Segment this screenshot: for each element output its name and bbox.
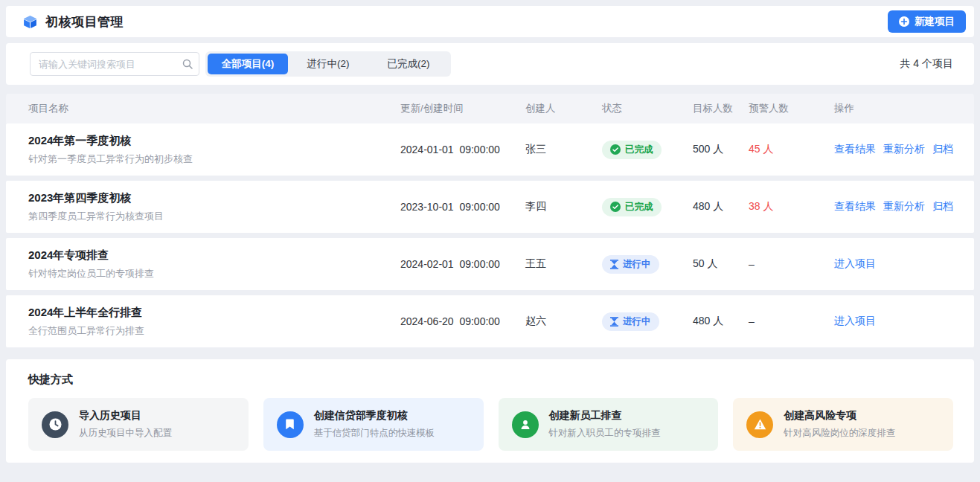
status-label: 已完成 xyxy=(625,144,653,156)
warning-count: 38 人 xyxy=(749,200,834,213)
shortcut-text: 创建新员工排查针对新入职员工的专项排查 xyxy=(549,409,661,440)
status-cell: 已完成 xyxy=(602,141,693,159)
table-row: 2023年第四季度初核第四季度员工异常行为核查项目2023-10-01 09:0… xyxy=(6,181,974,233)
search-box xyxy=(30,52,199,76)
project-name-cell: 2023年第四季度初核第四季度员工异常行为核查项目 xyxy=(28,191,400,223)
tab-all-projects[interactable]: 全部项目(4) xyxy=(208,54,288,74)
status-badge: 进行中 xyxy=(602,255,659,274)
creator-name: 张三 xyxy=(525,143,602,156)
status-label: 进行中 xyxy=(623,258,651,271)
status-badge: 已完成 xyxy=(602,198,662,216)
update-time: 2024-06-20 09:00:00 xyxy=(400,315,525,327)
creator-name: 赵六 xyxy=(525,315,602,328)
project-name-cell: 2024年专项排查针对特定岗位员工的专项排查 xyxy=(28,248,400,280)
shortcuts-title: 快捷方式 xyxy=(28,373,953,387)
shortcut-text: 创建高风险专项针对高风险岗位的深度排查 xyxy=(784,409,895,440)
new-project-button-label: 新建项目 xyxy=(915,15,955,28)
shortcut-card[interactable]: 创建信贷部季度初核基于信贷部门特点的快速模板 xyxy=(263,398,484,451)
shortcut-text: 导入历史项目从历史项目中导入配置 xyxy=(79,409,172,440)
tab-in-progress[interactable]: 进行中(2) xyxy=(288,54,368,74)
new-project-button[interactable]: 新建项目 xyxy=(888,10,966,33)
actions-cell: 查看结果重新分析归档 xyxy=(834,200,953,213)
update-time: 2023-10-01 09:00:00 xyxy=(400,201,525,213)
shortcuts-section: 快捷方式 导入历史项目从历史项目中导入配置创建信贷部季度初核基于信贷部门特点的快… xyxy=(6,359,974,463)
person-icon xyxy=(512,411,539,438)
status-label: 已完成 xyxy=(625,201,653,213)
target-count: 50 人 xyxy=(693,257,749,271)
target-count: 500 人 xyxy=(693,143,749,156)
table-header-row: 项目名称更新/创建时间创建人状态目标人数预警人数操作 xyxy=(6,94,974,123)
warning-count: – xyxy=(749,315,834,327)
action-link[interactable]: 进入项目 xyxy=(834,257,876,271)
page-header: 初核项目管理 新建项目 xyxy=(6,6,974,37)
warning-count: – xyxy=(749,258,834,270)
action-link[interactable]: 重新分析 xyxy=(883,143,925,156)
target-count: 480 人 xyxy=(693,315,749,328)
shortcut-grid: 导入历史项目从历史项目中导入配置创建信贷部季度初核基于信贷部门特点的快速模板创建… xyxy=(28,398,953,451)
status-badge: 已完成 xyxy=(602,141,662,159)
update-time: 2024-01-01 09:00:00 xyxy=(400,144,525,155)
action-link[interactable]: 查看结果 xyxy=(834,143,876,156)
status-label: 进行中 xyxy=(623,315,651,328)
cube-icon xyxy=(22,14,38,30)
shortcut-title: 导入历史项目 xyxy=(79,409,172,422)
action-link[interactable]: 查看结果 xyxy=(834,200,876,213)
shortcut-card[interactable]: 导入历史项目从历史项目中导入配置 xyxy=(28,398,249,451)
check-circle-icon xyxy=(610,144,621,155)
action-link[interactable]: 重新分析 xyxy=(883,200,925,213)
table-row: 2024年上半年全行排查全行范围员工异常行为排查2024-06-20 09:00… xyxy=(6,295,974,347)
update-time: 2024-02-01 09:00:00 xyxy=(400,258,525,270)
shortcut-title: 创建信贷部季度初核 xyxy=(314,409,435,422)
column-header: 操作 xyxy=(834,102,953,115)
bookmark-icon xyxy=(277,411,304,438)
status-cell: 进行中 xyxy=(602,312,693,331)
actions-cell: 进入项目 xyxy=(834,315,953,328)
warning-icon xyxy=(746,411,773,438)
page-title: 初核项目管理 xyxy=(45,13,124,30)
creator-name: 李四 xyxy=(525,200,602,213)
project-title: 2023年第四季度初核 xyxy=(28,191,400,205)
action-link[interactable]: 归档 xyxy=(932,143,953,156)
project-title: 2024年专项排查 xyxy=(28,248,400,263)
check-circle-icon xyxy=(610,202,621,212)
shortcut-description: 针对高风险岗位的深度排查 xyxy=(784,427,895,440)
tab-completed[interactable]: 已完成(2) xyxy=(368,54,449,74)
status-cell: 已完成 xyxy=(602,198,693,216)
search-input[interactable] xyxy=(30,52,199,76)
hourglass-icon xyxy=(610,317,618,327)
actions-cell: 进入项目 xyxy=(834,257,953,271)
clock-icon xyxy=(42,411,68,438)
shortcut-description: 针对新入职员工的专项排查 xyxy=(549,427,661,440)
shortcut-card[interactable]: 创建高风险专项针对高风险岗位的深度排查 xyxy=(733,398,953,451)
column-header: 目标人数 xyxy=(693,102,749,115)
table-body: 2024年第一季度初核针对第一季度员工异常行为的初步核查2024-01-01 0… xyxy=(6,123,974,347)
action-link[interactable]: 归档 xyxy=(932,200,953,213)
shortcut-title: 创建新员工排查 xyxy=(549,409,661,422)
column-header: 项目名称 xyxy=(28,102,400,115)
plus-circle-icon xyxy=(899,16,909,27)
column-header: 状态 xyxy=(602,102,693,115)
shortcut-description: 基于信贷部门特点的快速模板 xyxy=(314,427,435,440)
actions-cell: 查看结果重新分析归档 xyxy=(834,143,953,156)
project-title: 2024年第一季度初核 xyxy=(28,134,400,148)
shortcut-text: 创建信贷部季度初核基于信贷部门特点的快速模板 xyxy=(314,409,435,440)
action-link[interactable]: 进入项目 xyxy=(834,315,876,328)
project-title: 2024年上半年全行排查 xyxy=(28,306,400,320)
target-count: 480 人 xyxy=(693,200,749,213)
project-name-cell: 2024年第一季度初核针对第一季度员工异常行为的初步核查 xyxy=(28,134,400,166)
project-description: 第四季度员工异常行为核查项目 xyxy=(28,210,400,223)
page-root: 初核项目管理 新建项目 全部项目(4)进行中(2)已完成(2) 共 4 个项目 xyxy=(0,0,980,469)
project-name-cell: 2024年上半年全行排查全行范围员工异常行为排查 xyxy=(28,306,400,338)
table-row: 2024年第一季度初核针对第一季度员工异常行为的初步核查2024-01-01 0… xyxy=(6,123,974,176)
shortcut-title: 创建高风险专项 xyxy=(784,409,895,422)
shortcut-description: 从历史项目中导入配置 xyxy=(79,427,172,440)
project-total-count: 共 4 个项目 xyxy=(900,57,953,71)
search-icon xyxy=(182,59,193,72)
creator-name: 王五 xyxy=(525,257,602,271)
column-header: 创建人 xyxy=(525,102,602,115)
hourglass-icon xyxy=(610,260,618,269)
shortcut-card[interactable]: 创建新员工排查针对新入职员工的专项排查 xyxy=(499,398,719,451)
table-row: 2024年专项排查针对特定岗位员工的专项排查2024-02-01 09:00:0… xyxy=(6,238,974,290)
project-description: 全行范围员工异常行为排查 xyxy=(28,324,400,338)
project-description: 针对第一季度员工异常行为的初步核查 xyxy=(28,152,400,166)
